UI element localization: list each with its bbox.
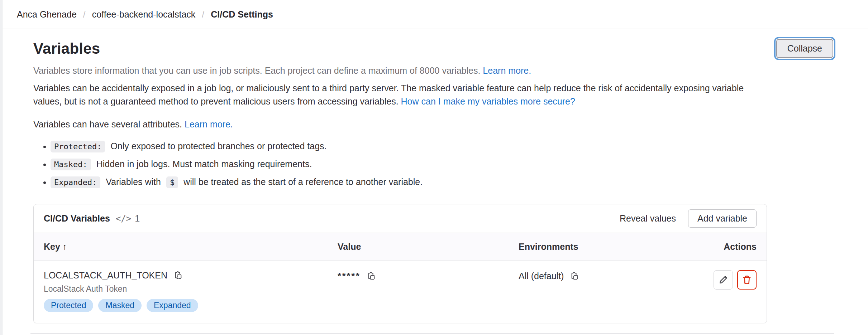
environments-value: All (default) (519, 271, 564, 281)
attributes-list: Protected: Only exposed to protected bra… (33, 140, 835, 189)
attributes-text: Variables can have several attributes. (33, 119, 182, 129)
expanded-code-label: Expanded: (51, 176, 100, 188)
copy-icon (173, 271, 183, 280)
table-row: LOCALSTACK_AUTH_TOKEN LocalStack Auth To… (34, 261, 767, 323)
secure-variables-link[interactable]: How can I make my variables more secure? (401, 96, 575, 106)
breadcrumb-separator: / (202, 9, 204, 20)
column-header-actions: Actions (692, 242, 757, 252)
collapsed-sidebar-edge (0, 0, 3, 335)
add-variable-button[interactable]: Add variable (688, 209, 757, 228)
key-header-label: Key (44, 242, 60, 252)
warning-paragraph: Variables can be accidentally exposed in… (33, 82, 768, 108)
expanded-description-after: will be treated as the start of a refere… (183, 177, 423, 187)
masked-description: Hidden in job logs. Must match masking r… (96, 159, 312, 169)
breadcrumb-item-namespace[interactable]: Anca Ghenade (17, 9, 77, 20)
list-item-protected: Protected: Only exposed to protected bra… (51, 140, 835, 153)
card-title: CI/CD Variables (44, 213, 110, 224)
protected-description: Only exposed to protected branches or pr… (110, 141, 326, 151)
copy-icon (366, 271, 376, 281)
cicd-variables-card: CI/CD Variables </> 1 Reveal values Add … (33, 204, 767, 323)
collapse-button[interactable]: Collapse (776, 39, 833, 58)
list-item-expanded: Expanded: Variables with $ will be treat… (51, 175, 835, 189)
badge-masked: Masked (98, 299, 142, 312)
key-cell: LOCALSTACK_AUTH_TOKEN LocalStack Auth To… (44, 270, 338, 312)
breadcrumb-item-current: CI/CD Settings (211, 9, 273, 20)
masked-value: ***** (338, 271, 361, 281)
column-header-value: Value (338, 242, 519, 252)
card-header: CI/CD Variables </> 1 Reveal values Add … (34, 204, 767, 233)
intro-paragraph: Variables store information that you can… (33, 64, 835, 77)
copy-value-button[interactable] (366, 271, 376, 281)
breadcrumb-separator: / (83, 9, 86, 20)
badge-row: Protected Masked Expanded (44, 299, 338, 312)
breadcrumb-item-project[interactable]: coffee-backend-localstack (92, 9, 196, 20)
variable-key: LOCALSTACK_AUTH_TOKEN (44, 270, 167, 281)
copy-icon (569, 271, 579, 281)
intro-text: Variables store information that you can… (33, 65, 480, 76)
reveal-values-button[interactable]: Reveal values (620, 213, 676, 224)
copy-key-button[interactable] (173, 271, 183, 280)
sort-ascending-icon: ↑ (62, 242, 67, 252)
dollar-code-label: $ (166, 176, 178, 188)
list-item-masked: Masked: Hidden in job logs. Must match m… (51, 157, 835, 171)
expanded-description-before: Variables with (106, 177, 161, 187)
value-cell: ***** (338, 271, 519, 281)
column-header-environments: Environments (519, 242, 692, 252)
environments-cell: All (default) (519, 271, 692, 281)
code-icon: </> (116, 214, 131, 224)
breadcrumb: Anca Ghenade / coffee-backend-localstack… (3, 0, 868, 29)
delete-variable-button[interactable] (737, 270, 757, 290)
cicd-settings-page: Anca Ghenade / coffee-backend-localstack… (3, 0, 868, 334)
masked-code-label: Masked: (51, 159, 91, 170)
attributes-learn-more-link[interactable]: Learn more. (185, 119, 233, 129)
copy-environments-button[interactable] (569, 271, 579, 281)
badge-protected: Protected (44, 299, 93, 312)
variable-count: 1 (135, 213, 140, 224)
table-header-row: Key↑ Value Environments Actions (34, 233, 767, 261)
pencil-icon (718, 275, 728, 285)
actions-cell (692, 270, 757, 290)
edit-variable-button[interactable] (714, 270, 733, 290)
next-section-divider (30, 333, 834, 334)
variables-section: Variables Collapse Variables store infor… (3, 39, 868, 334)
attributes-paragraph: Variables can have several attributes. L… (33, 118, 835, 131)
variable-description: LocalStack Auth Token (44, 284, 338, 294)
page-title: Variables (33, 40, 100, 57)
trash-icon (742, 275, 752, 285)
learn-more-link[interactable]: Learn more. (483, 65, 531, 76)
warning-text: Variables can be accidentally exposed in… (33, 83, 744, 106)
column-header-key[interactable]: Key↑ (44, 242, 338, 252)
protected-code-label: Protected: (51, 141, 105, 152)
badge-expanded: Expanded (147, 299, 198, 312)
